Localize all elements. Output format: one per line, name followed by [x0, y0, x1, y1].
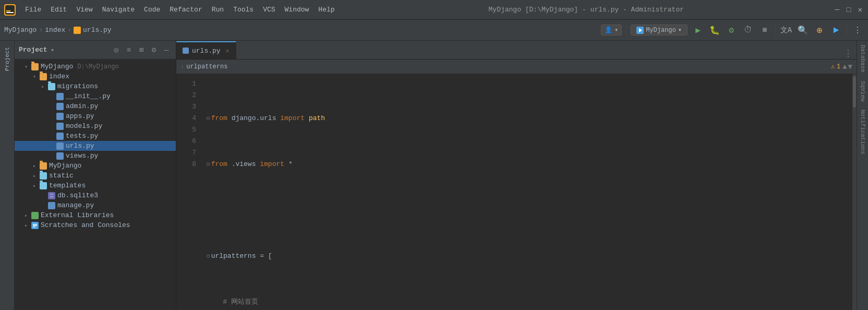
debug-button[interactable]: 🐛 [708, 24, 721, 37]
menu-window[interactable]: Window [281, 4, 314, 16]
code-content[interactable]: ⊟from django.urls import path ⊟from .vie… [202, 74, 852, 310]
tree-item-apps-py[interactable]: apps.py [15, 111, 176, 121]
app-logo [4, 4, 16, 16]
line-num-4: 4 [176, 113, 196, 124]
sidebar-locate-icon[interactable]: ◎ [111, 45, 122, 55]
menu-view[interactable]: View [72, 4, 97, 16]
icon-scratches [31, 222, 39, 229]
menu-navigate[interactable]: Navigate [98, 4, 139, 16]
tree-label-mydjango-sub: MyDjango [49, 162, 81, 170]
menu-help[interactable]: Help [314, 4, 339, 16]
menu-refactor[interactable]: Refactor [165, 4, 206, 16]
database-panel-label[interactable]: Database [860, 41, 866, 77]
breadcrumb-mydjango[interactable]: MyDjango [4, 26, 37, 34]
tree-label-tests: tests.py [66, 132, 98, 140]
minimize-button[interactable]: ─ [834, 6, 841, 14]
nav-up-icon[interactable]: ▲ [842, 63, 847, 71]
tree-item-urls-py[interactable]: urls.py [15, 141, 176, 151]
breadcrumb-index[interactable]: index [45, 26, 65, 34]
separator2 [775, 25, 776, 35]
nav-arrows: ▲ ▼ [842, 63, 852, 71]
comment-line5: # 网站首页 [207, 296, 258, 308]
tree-item-templates[interactable]: templates [15, 181, 176, 190]
tree-item-models-py[interactable]: models.py [15, 121, 176, 131]
search-button[interactable]: 🔍 [797, 24, 809, 37]
profile-run-button[interactable]: ⏱ [742, 24, 754, 37]
module-views: .views [232, 159, 256, 170]
run-config-icon [636, 27, 644, 34]
close-button[interactable]: ✕ [857, 6, 864, 14]
tree-label-mydjango: MyDjango [41, 63, 73, 70]
project-strip-label[interactable]: Project [4, 43, 10, 75]
vertical-scrollbar[interactable] [852, 74, 857, 310]
folder-icon-migrations [48, 83, 55, 90]
tab-urls-py[interactable]: urls.py ✕ [176, 41, 236, 59]
tree-item-static[interactable]: static [15, 171, 176, 181]
restore-button[interactable]: □ [845, 6, 852, 14]
menu-vcs[interactable]: VCS [259, 4, 279, 16]
window-title: MyDjango [D:\MyDjango] - urls.py - Admin… [339, 6, 834, 14]
run-button[interactable]: ▶ [692, 24, 704, 37]
folder-icon-ext-libs [31, 212, 39, 219]
tabs-more-button[interactable]: ⋮ [840, 49, 857, 59]
tree-item-admin-py[interactable]: admin.py [15, 101, 176, 111]
stop-button[interactable]: ■ [758, 24, 771, 37]
kw-import-1: import [276, 113, 308, 124]
sqview-panel-label[interactable]: SqView [860, 77, 866, 106]
fold-marker-2: ⊟ [207, 159, 210, 170]
menu-code[interactable]: Code [140, 4, 164, 16]
tree-item-tests-py[interactable]: tests.py [15, 131, 176, 141]
menu-tools[interactable]: Tools [229, 4, 258, 16]
tree-label-views: views.py [66, 152, 98, 160]
menu-run[interactable]: Run [208, 4, 228, 16]
profile-button[interactable]: 👤 ▾ [601, 25, 622, 35]
line-num-1: 1 [176, 78, 196, 90]
tree-item-ext-libs[interactable]: External Libraries [15, 210, 176, 220]
coverage-button[interactable]: ⚙ [725, 24, 738, 37]
update-button[interactable]: ⊕ [813, 24, 826, 37]
sidebar-hide-icon[interactable]: — [161, 45, 172, 55]
breadcrumb-file[interactable]: urls.py [74, 26, 112, 34]
translate-button[interactable]: 文A [780, 24, 792, 37]
file-icon-manage [48, 202, 55, 209]
tree-item-index[interactable]: index [15, 71, 176, 81]
menu-edit[interactable]: Edit [46, 4, 71, 16]
tree-item-mydjango-root[interactable]: MyDjango D:\MyDjango [15, 62, 176, 71]
folder-icon-templates [40, 182, 47, 189]
svg-point-7 [50, 196, 54, 198]
more-button[interactable]: ⋮ [851, 24, 864, 37]
notifications-panel-label[interactable]: Notifications [860, 105, 866, 159]
tree-path-mydjango: D:\MyDjango [77, 63, 118, 70]
module-django-urls: django.urls [232, 113, 276, 124]
tab-close-button[interactable]: ✕ [226, 47, 230, 55]
fold-marker-4: ⊟ [207, 251, 210, 262]
line-num-8: 8 [176, 159, 196, 170]
tree-arrow-ext-libs [23, 212, 29, 219]
tree-arrow-mydjango [23, 64, 29, 70]
tree-item-mydjango-sub[interactable]: MyDjango [15, 161, 176, 171]
run-config-button[interactable]: MyDjango ▾ [631, 25, 688, 35]
folder-icon-static [40, 172, 47, 180]
sidebar-expand-icon[interactable]: ⊞ [136, 45, 147, 55]
tree-label-apps: apps.py [66, 112, 94, 120]
nav-down-icon[interactable]: ▼ [848, 63, 852, 71]
tree-item-db-sqlite[interactable]: db.sqlite3 [15, 190, 176, 200]
tree-item-init-py[interactable]: __init__.py [15, 91, 176, 101]
editor-toolbar: › urlpatterns ⚠ 1 ▲ ▼ [176, 59, 857, 74]
tree-item-migrations[interactable]: migrations [15, 81, 176, 91]
plugin-button[interactable]: ► [830, 24, 842, 37]
sidebar-settings-icon[interactable]: ⚙ [149, 45, 159, 55]
tree-item-manage-py[interactable]: manage.py [15, 200, 176, 210]
tree-label-migrations: migrations [57, 82, 98, 90]
right-panels: Database SqView Notifications [857, 41, 868, 310]
file-icon-views [56, 152, 64, 160]
tree-label-ext-libs: External Libraries [41, 211, 114, 219]
file-icon-apps [56, 113, 64, 120]
profile-dropdown-icon: ▾ [614, 26, 618, 34]
tree-item-views-py[interactable]: views.py [15, 151, 176, 161]
menu-file[interactable]: File [21, 4, 45, 16]
tree-label-admin: admin.py [66, 102, 98, 110]
sidebar-collapse-icon[interactable]: ≡ [124, 45, 134, 55]
tree-item-scratches[interactable]: Scratches and Consoles [15, 220, 176, 230]
sidebar-dropdown-icon[interactable]: ▾ [51, 46, 55, 54]
